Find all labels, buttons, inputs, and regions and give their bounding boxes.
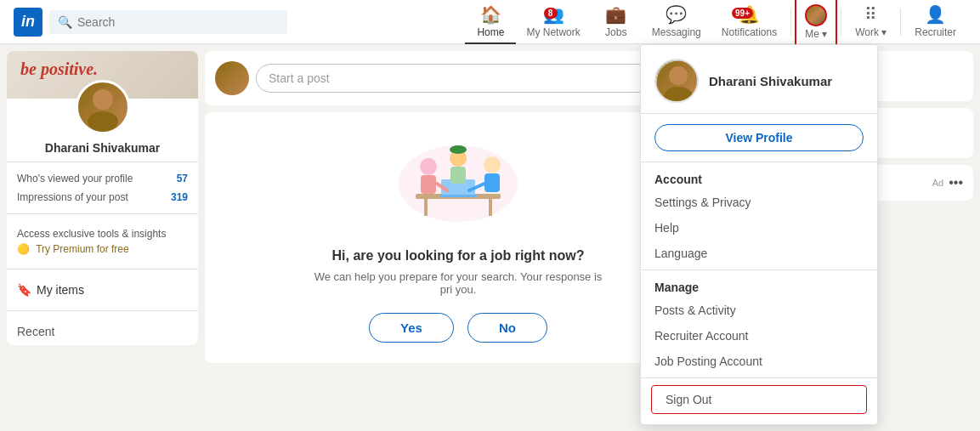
manage-section-title: Manage — [641, 274, 877, 298]
stat-row-1[interactable]: Impressions of your post 319 — [7, 188, 198, 207]
post-input[interactable]: Start a post — [256, 64, 701, 93]
recruiter-icon: 👤 — [925, 4, 946, 25]
sidebar-divider-4 — [7, 310, 198, 311]
svg-rect-9 — [421, 175, 436, 194]
sidebar-divider-1 — [7, 162, 198, 162]
avatar-illustration — [78, 82, 127, 132]
stat-row-0[interactable]: Who's viewed your profile 57 — [7, 169, 198, 188]
my-items[interactable]: 🔖 My items — [7, 276, 198, 303]
dropdown-help[interactable]: Help — [641, 215, 877, 241]
sign-out-button[interactable]: Sign Out — [651, 385, 867, 414]
svg-rect-4 — [424, 199, 428, 216]
svg-rect-13 — [450, 167, 466, 184]
post-avatar — [215, 61, 249, 95]
nav-items: 🏠 Home 👥 8 My Network 💼 Jobs 💬 Messaging… — [465, 0, 966, 44]
jobs-icon: 💼 — [605, 4, 626, 25]
more-options-icon[interactable]: ••• — [949, 175, 963, 190]
svg-point-1 — [88, 111, 118, 132]
svg-point-14 — [450, 145, 467, 154]
job-illustration — [373, 133, 543, 235]
profile-avatar[interactable] — [76, 80, 130, 134]
nav-item-jobs[interactable]: 💼 Jobs — [591, 0, 642, 44]
dropdown-user-name: Dharani Shivakumar — [709, 74, 832, 88]
network-badge: 8 — [544, 8, 558, 19]
svg-rect-5 — [489, 199, 492, 216]
premium-prefix: Access exclusive tools & insights — [17, 228, 188, 240]
sidebar-divider-2 — [7, 213, 198, 214]
home-icon: 🏠 — [480, 4, 501, 25]
center-content: Start a post — [205, 51, 711, 424]
dropdown-settings[interactable]: Settings & Privacy — [641, 190, 877, 215]
network-icon: 👥 8 — [543, 4, 564, 25]
view-profile-button[interactable]: View Profile — [654, 124, 864, 151]
premium-section: Access exclusive tools & insights 🟡 Try … — [7, 221, 198, 262]
dropdown-posts[interactable]: Posts & Activity — [641, 298, 877, 323]
no-button[interactable]: No — [467, 313, 547, 343]
nav-item-me[interactable]: Me ▾ — [795, 0, 837, 44]
dropdown-header: Dharani Shivakumar — [641, 45, 877, 114]
linkedin-logo[interactable]: in — [14, 8, 42, 37]
premium-icon: 🟡 — [17, 243, 30, 255]
nav-divider-2 — [841, 9, 841, 36]
recent-label: Recent — [17, 325, 54, 338]
navbar: in 🔍 🏠 Home 👥 8 My Network 💼 Jobs 💬 Mess… — [0, 0, 980, 44]
nav-divider-1 — [790, 9, 791, 36]
dropdown-avatar-img — [656, 60, 699, 103]
job-svg — [373, 133, 543, 226]
left-sidebar: be positive. Dharani Shivakumar Who's vi… — [7, 51, 198, 345]
messaging-icon: 💬 — [666, 4, 687, 25]
nav-item-recruiter[interactable]: 👤 Recruiter — [904, 0, 966, 44]
nav-item-work[interactable]: ⠿ Work ▾ — [845, 0, 897, 44]
svg-point-19 — [656, 60, 699, 103]
recruiter-label: Recruiter — [915, 26, 956, 38]
jobs-label: Jobs — [605, 26, 626, 38]
search-bar[interactable]: 🔍 — [49, 10, 287, 34]
dropdown-job-posting[interactable]: Job Posting Account — [641, 349, 877, 374]
me-label: Me ▾ — [805, 28, 827, 40]
dropdown-divider-1 — [641, 162, 877, 162]
ad-label: Ad — [932, 178, 943, 188]
job-buttons: Yes No — [232, 313, 684, 343]
svg-rect-11 — [484, 173, 500, 192]
job-title: Hi, are you looking for a job right now? — [232, 248, 684, 264]
svg-point-10 — [484, 156, 501, 173]
dropdown-language[interactable]: Language — [641, 241, 877, 266]
banner-text: be positive. — [20, 60, 98, 79]
logo-text: in — [21, 13, 35, 31]
network-label: My Network — [526, 26, 580, 38]
messaging-label: Messaging — [652, 26, 701, 38]
notifications-badge: 99+ — [732, 8, 753, 19]
stat-label-0: Who's viewed your profile — [17, 173, 133, 184]
bookmark-icon: 🔖 — [17, 283, 31, 297]
post-box: Start a post — [205, 51, 711, 105]
notifications-label: Notifications — [722, 26, 777, 38]
stat-value-1: 319 — [171, 191, 188, 203]
profile-avatar-wrap — [7, 80, 198, 134]
nav-divider-3 — [900, 9, 901, 36]
search-input[interactable] — [77, 15, 279, 29]
recent-section: Recent — [7, 318, 198, 345]
job-desc: We can help you prepare for your search.… — [314, 270, 603, 296]
stat-value-0: 57 — [177, 173, 188, 184]
sidebar-divider-3 — [7, 269, 198, 269]
nav-item-my-network[interactable]: 👥 8 My Network — [516, 0, 590, 44]
work-label: Work ▾ — [855, 26, 887, 38]
home-label: Home — [477, 26, 504, 38]
me-avatar — [805, 4, 827, 26]
nav-item-messaging[interactable]: 💬 Messaging — [642, 0, 711, 44]
svg-rect-7 — [439, 195, 477, 197]
nav-item-notifications[interactable]: 🔔 99+ Notifications — [711, 0, 787, 44]
notifications-icon: 🔔 99+ — [739, 4, 760, 25]
my-items-label: My items — [37, 283, 84, 297]
search-icon: 🔍 — [58, 15, 72, 29]
svg-point-0 — [93, 89, 113, 110]
dropdown-menu: Dharani Shivakumar View Profile Account … — [640, 44, 878, 425]
dropdown-divider-3 — [641, 377, 877, 378]
stat-label-1: Impressions of your post — [17, 191, 128, 203]
profile-name: Dharani Shivakumar — [17, 141, 188, 155]
premium-link[interactable]: Try Premium for free — [36, 243, 129, 255]
dropdown-recruiter[interactable]: Recruiter Account — [641, 323, 877, 349]
account-section-title: Account — [641, 166, 877, 190]
nav-item-home[interactable]: 🏠 Home — [465, 0, 516, 44]
yes-button[interactable]: Yes — [369, 313, 454, 343]
